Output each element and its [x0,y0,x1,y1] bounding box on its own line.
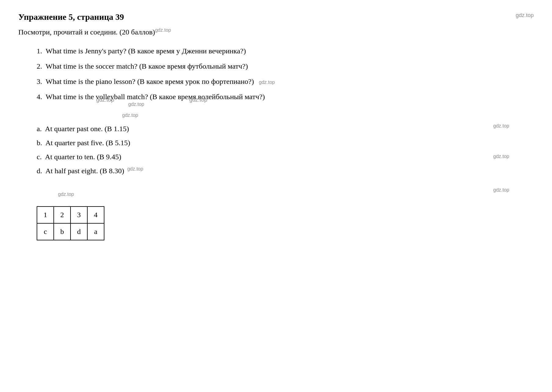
answer-letter-c: c. [37,153,42,161]
answer-letter-b: b. [37,139,42,147]
table-value-3: d [71,223,87,240]
question-text-2: What time is the soccer match? (В какое … [46,62,248,70]
page-title: Упражнение 5, страница 39 [18,12,534,22]
question-item-2: 2. What time is the soccer match? (В как… [37,61,534,72]
page-subtitle: Посмотри, прочитай и соедини. (20 баллов… [18,27,534,36]
question-number-4: 4. [37,93,42,101]
answers-watermark-top: gdz.top [122,113,138,118]
table-header-4: 4 [87,207,104,223]
table-header-2: 2 [54,207,71,223]
answers-watermark-right-2: gdz.top [493,154,509,159]
q3-watermark: gdz.top [259,80,275,85]
table-value-2: b [54,223,71,240]
table-section: gdz.top 1 2 3 4 c b d a [37,192,534,240]
question-item-1: 1. What time is Jenny's party? (В какое … [37,45,534,56]
subtitle-watermark: gdz.top [155,27,171,33]
answers-section: gdz.top gdz.top a. At quarter past one. … [37,123,534,176]
answer-item-a: a. At quarter past one. (В 1.15) [37,123,534,134]
table-header-3: 3 [71,207,87,223]
answer-text-b: At quarter past five. (В 5.15) [45,139,130,147]
table-watermark-top: gdz.top [58,192,534,197]
table-header-1: 1 [37,207,54,223]
question-number-1: 1. [37,47,42,55]
answer-text-d: At half past eight. (В 8.30) [45,167,124,175]
answer-item-b: b. At quarter past five. (В 5.15) [37,137,534,148]
question-watermark-2: gdz.top [189,97,207,103]
table-values-row: c b d a [37,223,104,240]
question-item-3: 3. What time is the piano lesson? (В как… [37,76,534,87]
answer-item-d: d. At half past eight. (В 8.30) gdz.top [37,165,534,176]
answer-d-watermark: gdz.top [127,166,143,171]
question-number-2: 2. [37,62,42,70]
answer-text-c: At quarter to ten. (В 9.45) [45,153,121,161]
table-value-4: a [87,223,104,240]
answer-letter-d: d. [37,167,42,175]
table-header-row: 1 2 3 4 [37,207,104,223]
question-text-4: What time is the volleyball match? (В ка… [46,93,265,101]
page-watermark-top-right: gdz.top [516,12,534,19]
answer-item-c: c. At quarter to ten. (В 9.45) [37,151,534,162]
answer-text-a: At quarter past one. (В 1.15) [45,125,129,133]
questions-section: gdz.top gdz.top 1. What time is Jenny's … [37,45,534,108]
table-value-1: c [37,223,54,240]
question-text-1: What time is Jenny's party? (В какое вре… [46,47,246,55]
answers-watermark-right-1: gdz.top [493,123,509,129]
question-number-3: 3. [37,77,42,85]
question-text-3: What time is the piano lesson? (В какое … [46,77,254,85]
answer-letter-a: a. [37,125,42,133]
question-watermark-1: gdz.top [96,97,114,103]
answer-table: 1 2 3 4 c b d a [37,206,104,240]
